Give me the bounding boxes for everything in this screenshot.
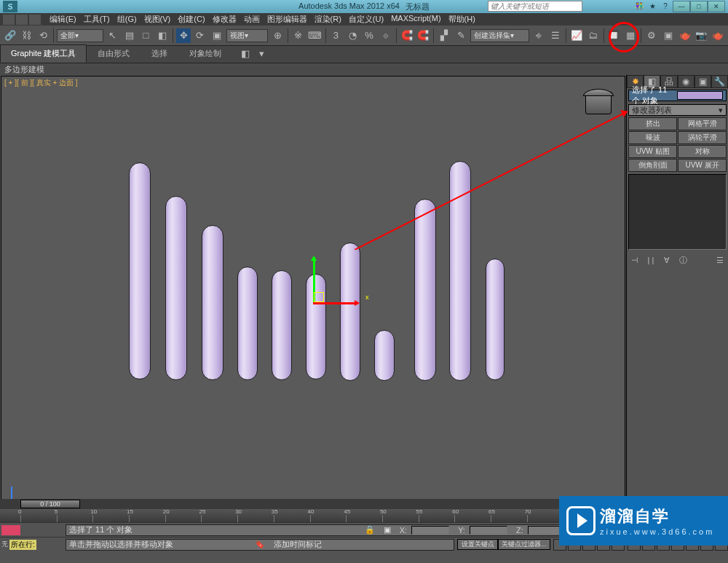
viewport[interactable]: [ + ][ 前 ][ 真实 + 边面 ] x xyxy=(1,76,625,521)
ribbon-toggle-icon[interactable]: ◧ xyxy=(238,46,253,60)
menu-grapheditors[interactable]: 图形编辑器 xyxy=(266,13,309,25)
ribbon-tab-select[interactable]: 选择 xyxy=(141,44,178,63)
modifier-stack[interactable] xyxy=(628,174,727,250)
app-icon[interactable]: S xyxy=(3,1,17,12)
select-icon[interactable]: ↖ xyxy=(106,28,120,43)
named-selset-combo[interactable]: 创建选择集 ▾ xyxy=(470,29,529,42)
add-time-tag[interactable]: 添加时间标记 xyxy=(274,539,322,550)
object-name-field[interactable]: 选择了 11 个 对象 xyxy=(632,84,677,106)
capsule-object[interactable] xyxy=(449,161,471,381)
menu-group[interactable]: 组(G) xyxy=(116,13,138,25)
select-window-icon[interactable]: ◧ xyxy=(155,28,170,43)
capsule-object[interactable] xyxy=(340,243,360,381)
show-result-icon[interactable]: | | xyxy=(644,254,657,266)
menu-animation[interactable]: 动画 xyxy=(242,13,261,25)
help-search-input[interactable] xyxy=(488,1,582,12)
lock-icon[interactable]: 🔒 xyxy=(365,525,375,535)
mod-button[interactable]: 挤出 xyxy=(628,117,677,130)
search-icon[interactable]: 👫 xyxy=(633,1,645,11)
select-rect-icon[interactable]: □ xyxy=(139,28,154,43)
maximize-button[interactable]: □ xyxy=(690,1,708,12)
track-key-marker[interactable] xyxy=(1,525,20,535)
ribbon-tab-graphite[interactable]: Graphite 建模工具 xyxy=(0,44,87,63)
menu-create[interactable]: 创建(C) xyxy=(176,13,206,25)
render-last-icon[interactable]: 📷 xyxy=(695,28,709,43)
refcoord-combo[interactable]: 视图 ▾ xyxy=(226,29,269,42)
magnet-axis-icon[interactable]: 🧲 xyxy=(400,28,414,43)
scale-icon[interactable]: ▣ xyxy=(210,28,224,43)
material-editor-icon[interactable]: 🔲 xyxy=(606,28,621,43)
isolate-icon[interactable]: ▣ xyxy=(384,525,391,535)
align-icon[interactable]: ⎆ xyxy=(531,28,546,43)
magnet-icon[interactable]: 🧲 xyxy=(416,28,431,43)
ribbon-tab-freeform[interactable]: 自由形式 xyxy=(87,44,141,63)
cmd-tab-motion[interactable]: ◉ xyxy=(678,75,695,88)
pin-stack-icon[interactable]: ⊣ xyxy=(628,254,641,266)
coord-x[interactable] xyxy=(411,526,449,535)
menu-view[interactable]: 视图(V) xyxy=(143,13,173,25)
capsule-object[interactable] xyxy=(306,274,326,379)
capsule-object[interactable] xyxy=(374,330,395,381)
menu-maxscript[interactable]: MAXScript(M) xyxy=(389,13,442,25)
rotate-icon[interactable]: ⟳ xyxy=(193,28,207,43)
mod-button[interactable]: 噪波 xyxy=(628,131,677,144)
bind-icon[interactable]: ⟲ xyxy=(36,28,51,43)
pivot-icon[interactable]: ⊕ xyxy=(270,28,285,43)
snap-icon[interactable]: 3 xyxy=(329,28,344,43)
capsule-object[interactable] xyxy=(414,199,436,381)
mod-button[interactable]: 倒角剖面 xyxy=(628,159,677,172)
favorite-icon[interactable]: ★ xyxy=(646,1,658,11)
qat-redo[interactable] xyxy=(16,15,28,25)
mod-button[interactable]: 涡轮平滑 xyxy=(678,131,727,144)
curve-editor-icon[interactable]: 📈 xyxy=(569,28,584,43)
menu-help[interactable]: 帮助(H) xyxy=(447,13,477,25)
object-color-swatch[interactable] xyxy=(677,91,724,100)
viewport-label[interactable]: [ + ][ 前 ][ 真实 + 边面 ] xyxy=(4,78,78,88)
key-filter-button[interactable]: 关键点过滤器... xyxy=(498,539,550,550)
move-icon[interactable]: ✥ xyxy=(176,28,191,43)
menu-render[interactable]: 渲染(R) xyxy=(313,13,343,25)
close-button[interactable]: ✕ xyxy=(708,1,725,12)
render-frame-icon[interactable]: ▣ xyxy=(661,28,676,43)
ribbon-tab-paint[interactable]: 对象绘制 xyxy=(178,44,232,63)
capsule-object[interactable] xyxy=(165,196,187,380)
menu-edit[interactable]: 编辑(E) xyxy=(48,13,78,25)
remove-mod-icon[interactable]: ⓘ xyxy=(676,254,689,266)
modifier-list-combo[interactable]: 修改器列表 xyxy=(628,104,727,116)
config-sets-icon[interactable]: ☰ xyxy=(713,254,727,266)
percent-snap-icon[interactable]: % xyxy=(362,28,376,43)
keyboard-icon[interactable]: ⌨ xyxy=(308,28,323,43)
schematic-icon[interactable]: 🗂 xyxy=(586,28,601,43)
capsule-object[interactable] xyxy=(129,162,151,379)
capsule-object[interactable] xyxy=(202,225,223,380)
quick-align-icon[interactable]: ✎ xyxy=(454,28,468,43)
mat-explorer-icon[interactable]: ▦ xyxy=(623,28,638,43)
mod-button[interactable]: 网格平滑 xyxy=(678,117,727,130)
unlink-icon[interactable]: ⛓ xyxy=(20,28,34,43)
ribbon-sub[interactable]: 多边形建模 xyxy=(0,63,728,75)
set-key-button[interactable]: 设置关键点 xyxy=(457,539,498,550)
select-name-icon[interactable]: ▤ xyxy=(122,28,137,43)
mod-button[interactable]: UVW 贴图 xyxy=(628,145,677,158)
minimize-button[interactable]: — xyxy=(673,1,690,12)
mirror-icon[interactable]: ▞ xyxy=(437,28,451,43)
capsule-object[interactable] xyxy=(237,267,258,380)
viewcube[interactable] xyxy=(585,92,612,114)
mod-button[interactable]: 对称 xyxy=(678,145,727,158)
help-icon[interactable]: ? xyxy=(660,1,671,11)
capsule-object[interactable] xyxy=(272,270,292,380)
menu-modifiers[interactable]: 修改器 xyxy=(211,13,238,25)
mod-button[interactable]: UVW 展开 xyxy=(678,159,727,172)
qat-link[interactable] xyxy=(29,15,41,25)
capsule-object[interactable] xyxy=(486,259,505,380)
qat-undo[interactable] xyxy=(3,15,15,25)
menu-tools[interactable]: 工具(T) xyxy=(82,13,111,25)
cmd-tab-utility[interactable]: 🔧 xyxy=(711,75,728,88)
link-icon[interactable]: 🔗 xyxy=(3,28,17,43)
layers-icon[interactable]: ☰ xyxy=(548,28,563,43)
cmd-tab-display[interactable]: ▣ xyxy=(695,75,711,88)
render-setup-icon[interactable]: ⚙ xyxy=(644,28,659,43)
coord-y[interactable] xyxy=(470,526,507,535)
selection-filter-combo[interactable]: 全部 ▾ xyxy=(57,29,103,42)
ribbon-min-icon[interactable]: ▾ xyxy=(254,46,269,60)
